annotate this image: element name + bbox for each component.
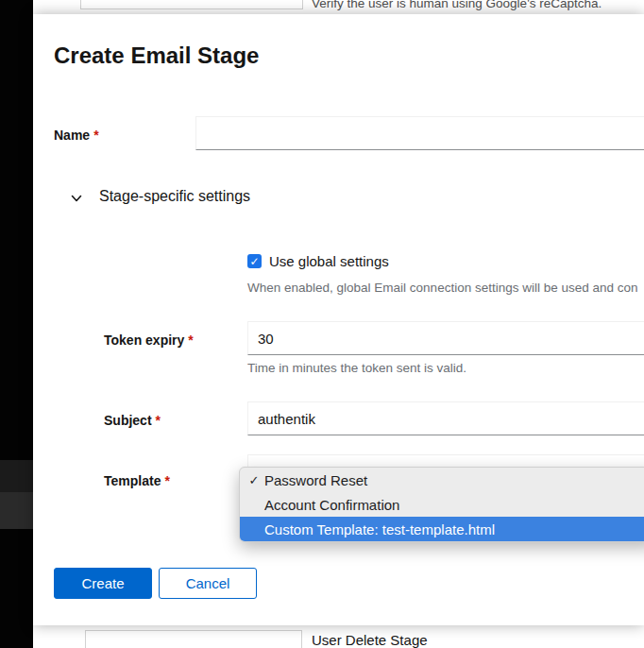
required-asterisk: * (188, 333, 193, 348)
background-page-bottom: User Delete Stage (33, 625, 644, 648)
sidebar-item-band (0, 460, 33, 492)
use-global-settings-checkbox[interactable]: ✓ (247, 254, 262, 268)
screen: Verify the user is human using Google's … (0, 0, 644, 648)
section-label: Stage-specific settings (99, 188, 250, 205)
template-label-text: Template (104, 473, 161, 488)
subject-label: Subject* (104, 413, 161, 428)
use-global-settings-label: Use global settings (269, 253, 389, 269)
menu-item-account-confirmation[interactable]: Account Confirmation (240, 492, 644, 517)
token-expiry-help: Time in minutes the token sent is valid. (247, 361, 466, 375)
modal-title: Create Email Stage (54, 43, 259, 69)
subject-label-text: Subject (104, 413, 152, 428)
token-expiry-input[interactable] (247, 321, 644, 355)
use-global-settings-help: When enabled, global Email connection se… (247, 281, 638, 295)
subject-input[interactable] (247, 401, 644, 435)
use-global-settings-row[interactable]: ✓ Use global settings (247, 253, 389, 269)
required-asterisk: * (164, 473, 169, 488)
menu-item-custom-template[interactable]: Custom Template: test-template.html (240, 517, 644, 541)
name-label: Name* (54, 128, 99, 143)
name-label-text: Name (54, 128, 90, 143)
template-dropdown-menu: ✓ Password Reset Account Confirmation Cu… (239, 467, 644, 542)
required-asterisk: * (93, 128, 98, 143)
background-page-top: Verify the user is human using Google's … (33, 0, 644, 14)
menu-item-label: Account Confirmation (264, 497, 399, 513)
cancel-button[interactable]: Cancel (159, 568, 257, 599)
template-label: Template* (104, 473, 170, 488)
sidebar-item-band (0, 492, 33, 529)
required-asterisk: * (156, 413, 161, 428)
check-icon: ✓ (249, 256, 259, 267)
app-sidebar (0, 0, 33, 648)
background-table-cell (85, 630, 302, 648)
create-email-stage-modal: Create Email Stage Name* Stage-specific … (33, 14, 644, 625)
menu-item-label: Password Reset (264, 472, 367, 488)
chevron-down-icon (71, 191, 82, 202)
check-icon: ✓ (246, 473, 262, 487)
token-expiry-label-text: Token expiry (104, 333, 184, 348)
background-table-cell (80, 0, 303, 9)
create-button[interactable]: Create (54, 568, 152, 599)
token-expiry-label: Token expiry* (104, 333, 194, 348)
name-input[interactable] (195, 116, 644, 150)
background-stage-name: User Delete Stage (312, 632, 428, 648)
background-stage-description: Verify the user is human using Google's … (312, 0, 602, 10)
menu-item-password-reset[interactable]: ✓ Password Reset (240, 468, 644, 492)
stage-settings-section-toggle[interactable]: Stage-specific settings (71, 188, 250, 205)
menu-item-label: Custom Template: test-template.html (264, 521, 495, 537)
